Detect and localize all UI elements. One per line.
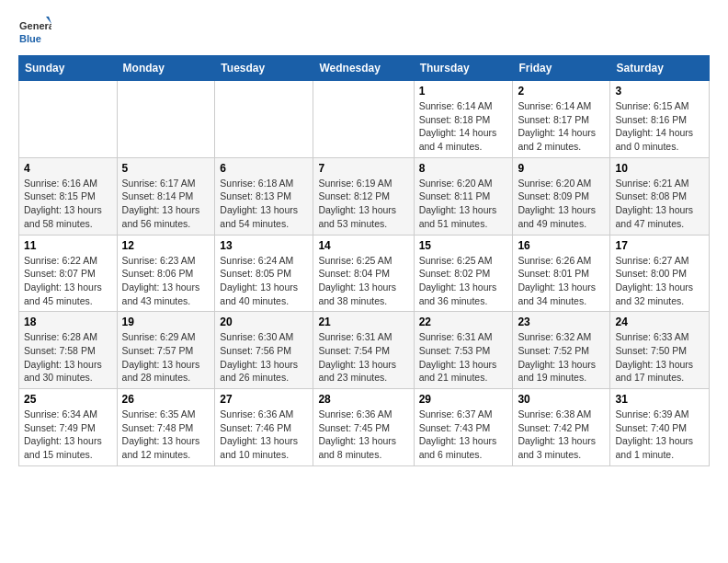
day-info: Sunrise: 6:34 AM Sunset: 7:49 PM Dayligh… <box>24 408 112 462</box>
day-number: 16 <box>518 239 605 252</box>
day-number: 13 <box>220 239 308 252</box>
col-header-tuesday: Tuesday <box>215 56 313 81</box>
week-row-4: 18Sunrise: 6:28 AM Sunset: 7:58 PM Dayli… <box>19 312 710 389</box>
day-number: 24 <box>615 316 704 328</box>
day-number: 22 <box>419 316 508 328</box>
day-cell: 20Sunrise: 6:30 AM Sunset: 7:56 PM Dayli… <box>215 312 313 389</box>
day-number: 21 <box>318 316 408 328</box>
day-cell: 15Sunrise: 6:25 AM Sunset: 8:02 PM Dayli… <box>414 235 513 312</box>
day-info: Sunrise: 6:25 AM Sunset: 8:04 PM Dayligh… <box>318 254 408 308</box>
day-number: 4 <box>24 162 112 175</box>
day-number: 11 <box>24 239 112 252</box>
page-header: General Blue <box>18 15 710 48</box>
day-info: Sunrise: 6:14 AM Sunset: 8:17 PM Dayligh… <box>518 99 605 154</box>
logo: General Blue <box>18 15 51 48</box>
calendar-header-row: SundayMondayTuesdayWednesdayThursdayFrid… <box>19 56 710 81</box>
day-number: 6 <box>220 162 308 175</box>
day-number: 20 <box>220 316 308 328</box>
day-number: 23 <box>518 316 605 328</box>
day-info: Sunrise: 6:19 AM Sunset: 8:12 PM Dayligh… <box>318 177 408 231</box>
day-cell: 18Sunrise: 6:28 AM Sunset: 7:58 PM Dayli… <box>19 312 118 389</box>
col-header-monday: Monday <box>117 56 215 81</box>
day-info: Sunrise: 6:37 AM Sunset: 7:43 PM Dayligh… <box>419 408 508 462</box>
day-number: 19 <box>122 316 210 328</box>
day-cell: 17Sunrise: 6:27 AM Sunset: 8:00 PM Dayli… <box>610 235 710 312</box>
week-row-5: 25Sunrise: 6:34 AM Sunset: 7:49 PM Dayli… <box>19 389 710 466</box>
day-info: Sunrise: 6:21 AM Sunset: 8:08 PM Dayligh… <box>615 177 704 231</box>
day-info: Sunrise: 6:20 AM Sunset: 8:11 PM Dayligh… <box>419 177 508 231</box>
col-header-thursday: Thursday <box>414 56 513 81</box>
day-cell: 25Sunrise: 6:34 AM Sunset: 7:49 PM Dayli… <box>19 389 118 466</box>
day-info: Sunrise: 6:18 AM Sunset: 8:13 PM Dayligh… <box>220 177 308 231</box>
day-cell <box>313 81 414 158</box>
day-cell: 3Sunrise: 6:15 AM Sunset: 8:16 PM Daylig… <box>610 81 710 158</box>
day-number: 29 <box>419 393 508 406</box>
day-number: 30 <box>518 393 605 406</box>
day-cell: 12Sunrise: 6:23 AM Sunset: 8:06 PM Dayli… <box>117 235 215 312</box>
col-header-saturday: Saturday <box>610 56 710 81</box>
week-row-2: 4Sunrise: 6:16 AM Sunset: 8:15 PM Daylig… <box>19 157 710 235</box>
day-info: Sunrise: 6:31 AM Sunset: 7:54 PM Dayligh… <box>318 330 408 385</box>
day-cell: 19Sunrise: 6:29 AM Sunset: 7:57 PM Dayli… <box>117 312 215 389</box>
day-cell: 26Sunrise: 6:35 AM Sunset: 7:48 PM Dayli… <box>117 389 215 466</box>
day-info: Sunrise: 6:22 AM Sunset: 8:07 PM Dayligh… <box>24 254 112 308</box>
day-info: Sunrise: 6:36 AM Sunset: 7:45 PM Dayligh… <box>318 408 408 462</box>
day-cell: 29Sunrise: 6:37 AM Sunset: 7:43 PM Dayli… <box>414 389 513 466</box>
day-info: Sunrise: 6:20 AM Sunset: 8:09 PM Dayligh… <box>518 177 605 231</box>
day-cell: 21Sunrise: 6:31 AM Sunset: 7:54 PM Dayli… <box>313 312 414 389</box>
day-cell: 7Sunrise: 6:19 AM Sunset: 8:12 PM Daylig… <box>313 157 414 235</box>
day-number: 17 <box>615 239 704 252</box>
day-cell <box>117 81 215 158</box>
day-info: Sunrise: 6:27 AM Sunset: 8:00 PM Dayligh… <box>615 254 704 308</box>
svg-text:General: General <box>19 20 51 31</box>
day-info: Sunrise: 6:36 AM Sunset: 7:46 PM Dayligh… <box>220 408 308 462</box>
col-header-sunday: Sunday <box>19 56 118 81</box>
day-number: 9 <box>518 162 605 175</box>
day-number: 26 <box>122 393 210 406</box>
day-number: 15 <box>419 239 508 252</box>
day-info: Sunrise: 6:29 AM Sunset: 7:57 PM Dayligh… <box>122 330 210 385</box>
day-cell: 8Sunrise: 6:20 AM Sunset: 8:11 PM Daylig… <box>414 157 513 235</box>
day-info: Sunrise: 6:14 AM Sunset: 8:18 PM Dayligh… <box>419 99 508 154</box>
day-number: 2 <box>518 85 605 98</box>
day-info: Sunrise: 6:35 AM Sunset: 7:48 PM Dayligh… <box>122 408 210 462</box>
day-number: 31 <box>615 393 704 406</box>
day-cell: 23Sunrise: 6:32 AM Sunset: 7:52 PM Dayli… <box>513 312 610 389</box>
day-info: Sunrise: 6:33 AM Sunset: 7:50 PM Dayligh… <box>615 330 704 385</box>
svg-text:Blue: Blue <box>19 33 41 44</box>
day-cell: 27Sunrise: 6:36 AM Sunset: 7:46 PM Dayli… <box>215 389 313 466</box>
day-info: Sunrise: 6:17 AM Sunset: 8:14 PM Dayligh… <box>122 177 210 231</box>
day-cell: 6Sunrise: 6:18 AM Sunset: 8:13 PM Daylig… <box>215 157 313 235</box>
day-number: 12 <box>122 239 210 252</box>
day-info: Sunrise: 6:23 AM Sunset: 8:06 PM Dayligh… <box>122 254 210 308</box>
day-cell <box>215 81 313 158</box>
day-info: Sunrise: 6:31 AM Sunset: 7:53 PM Dayligh… <box>419 330 508 385</box>
col-header-wednesday: Wednesday <box>313 56 414 81</box>
day-cell: 28Sunrise: 6:36 AM Sunset: 7:45 PM Dayli… <box>313 389 414 466</box>
day-number: 18 <box>24 316 112 328</box>
day-cell: 4Sunrise: 6:16 AM Sunset: 8:15 PM Daylig… <box>19 157 118 235</box>
day-info: Sunrise: 6:39 AM Sunset: 7:40 PM Dayligh… <box>615 408 704 462</box>
day-info: Sunrise: 6:30 AM Sunset: 7:56 PM Dayligh… <box>220 330 308 385</box>
day-cell: 11Sunrise: 6:22 AM Sunset: 8:07 PM Dayli… <box>19 235 118 312</box>
day-cell: 24Sunrise: 6:33 AM Sunset: 7:50 PM Dayli… <box>610 312 710 389</box>
day-cell: 31Sunrise: 6:39 AM Sunset: 7:40 PM Dayli… <box>610 389 710 466</box>
day-cell: 10Sunrise: 6:21 AM Sunset: 8:08 PM Dayli… <box>610 157 710 235</box>
day-info: Sunrise: 6:15 AM Sunset: 8:16 PM Dayligh… <box>615 99 704 154</box>
day-number: 3 <box>615 85 704 98</box>
day-number: 27 <box>220 393 308 406</box>
day-info: Sunrise: 6:26 AM Sunset: 8:01 PM Dayligh… <box>518 254 605 308</box>
day-number: 28 <box>318 393 408 406</box>
day-number: 8 <box>419 162 508 175</box>
day-number: 5 <box>122 162 210 175</box>
day-info: Sunrise: 6:38 AM Sunset: 7:42 PM Dayligh… <box>518 408 605 462</box>
day-number: 25 <box>24 393 112 406</box>
day-cell: 13Sunrise: 6:24 AM Sunset: 8:05 PM Dayli… <box>215 235 313 312</box>
day-cell: 22Sunrise: 6:31 AM Sunset: 7:53 PM Dayli… <box>414 312 513 389</box>
col-header-friday: Friday <box>513 56 610 81</box>
day-info: Sunrise: 6:32 AM Sunset: 7:52 PM Dayligh… <box>518 330 605 385</box>
week-row-1: 1Sunrise: 6:14 AM Sunset: 8:18 PM Daylig… <box>19 81 710 158</box>
day-number: 1 <box>419 85 508 98</box>
calendar-table: SundayMondayTuesdayWednesdayThursdayFrid… <box>18 55 710 466</box>
day-info: Sunrise: 6:24 AM Sunset: 8:05 PM Dayligh… <box>220 254 308 308</box>
